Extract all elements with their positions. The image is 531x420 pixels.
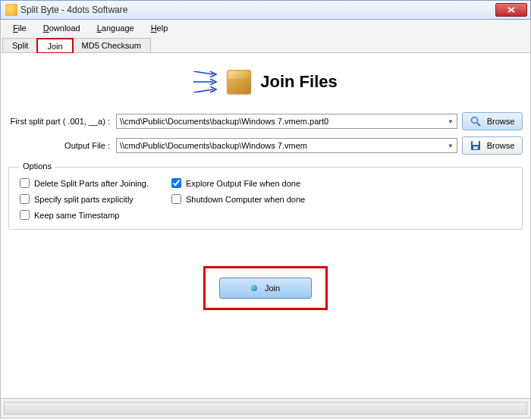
tab-join[interactable]: Join bbox=[37, 39, 72, 53]
output-combo[interactable]: ▼ bbox=[116, 138, 457, 153]
magnifier-icon bbox=[470, 116, 481, 127]
options-legend: Options bbox=[20, 161, 55, 171]
menu-file[interactable]: File bbox=[5, 22, 34, 34]
output-input[interactable] bbox=[117, 141, 445, 150]
checkbox[interactable] bbox=[171, 178, 181, 188]
checkbox[interactable] bbox=[171, 194, 181, 204]
first-part-input[interactable] bbox=[117, 117, 445, 126]
tab-strip: Split Join MD5 Checksum bbox=[0, 36, 531, 53]
join-area: Join bbox=[8, 266, 523, 310]
opt-keep-timestamp[interactable]: Keep same Timestamp bbox=[20, 210, 156, 220]
window-title: Split Byte - 4dots Software bbox=[20, 5, 127, 15]
menu-help[interactable]: Help bbox=[143, 22, 176, 34]
close-icon bbox=[507, 7, 515, 13]
options-fieldset: Options Delete Split Parts after Joining… bbox=[8, 167, 523, 230]
output-label: Output File : bbox=[8, 141, 112, 150]
first-part-combo[interactable]: ▼ bbox=[116, 114, 457, 129]
opt-explore-output[interactable]: Explore Output File when done bbox=[171, 178, 338, 188]
menu-bar: File Download Language Help bbox=[0, 20, 531, 36]
menu-download[interactable]: Download bbox=[36, 22, 88, 34]
join-highlight-box: Join bbox=[203, 266, 328, 310]
progress-bar bbox=[4, 402, 527, 415]
join-icon bbox=[251, 285, 257, 291]
app-icon bbox=[5, 4, 17, 16]
title-bar: Split Byte - 4dots Software bbox=[0, 0, 531, 20]
content-panel: Join Files First split part ( .001, __a)… bbox=[0, 53, 531, 399]
hero: Join Files bbox=[8, 70, 523, 94]
row-first-part: First split part ( .001, __a) : ▼ Browse bbox=[8, 112, 523, 130]
save-icon bbox=[470, 140, 481, 151]
tab-split[interactable]: Split bbox=[2, 38, 38, 52]
browse-output-button[interactable]: Browse bbox=[462, 136, 523, 155]
menu-language[interactable]: Language bbox=[90, 22, 142, 34]
browse-label: Browse bbox=[487, 117, 515, 126]
join-label: Join bbox=[265, 284, 280, 293]
checkbox[interactable] bbox=[20, 194, 30, 204]
svg-rect-3 bbox=[473, 146, 478, 149]
status-bar bbox=[0, 399, 531, 418]
join-button[interactable]: Join bbox=[219, 277, 312, 299]
opt-shutdown[interactable]: Shutdown Computer when done bbox=[171, 194, 338, 204]
chevron-down-icon[interactable]: ▼ bbox=[445, 143, 457, 149]
svg-rect-2 bbox=[473, 141, 479, 145]
page-title: Join Files bbox=[260, 72, 337, 92]
tab-md5[interactable]: MD5 Checksum bbox=[72, 38, 151, 52]
browse-first-button[interactable]: Browse bbox=[462, 112, 523, 130]
browse-label: Browse bbox=[487, 141, 515, 150]
arrows-icon bbox=[193, 71, 218, 92]
svg-point-0 bbox=[471, 118, 477, 124]
package-icon bbox=[227, 70, 251, 94]
chevron-down-icon[interactable]: ▼ bbox=[445, 118, 457, 125]
opt-delete-parts[interactable]: Delete Split Parts after Joining. bbox=[20, 178, 156, 188]
opt-specify-explicit[interactable]: Specify split parts explicitly bbox=[20, 194, 156, 204]
checkbox[interactable] bbox=[20, 210, 30, 220]
first-part-label: First split part ( .001, __a) : bbox=[8, 117, 112, 126]
close-button[interactable] bbox=[495, 3, 527, 17]
row-output: Output File : ▼ Browse bbox=[8, 136, 523, 155]
checkbox[interactable] bbox=[20, 178, 30, 188]
